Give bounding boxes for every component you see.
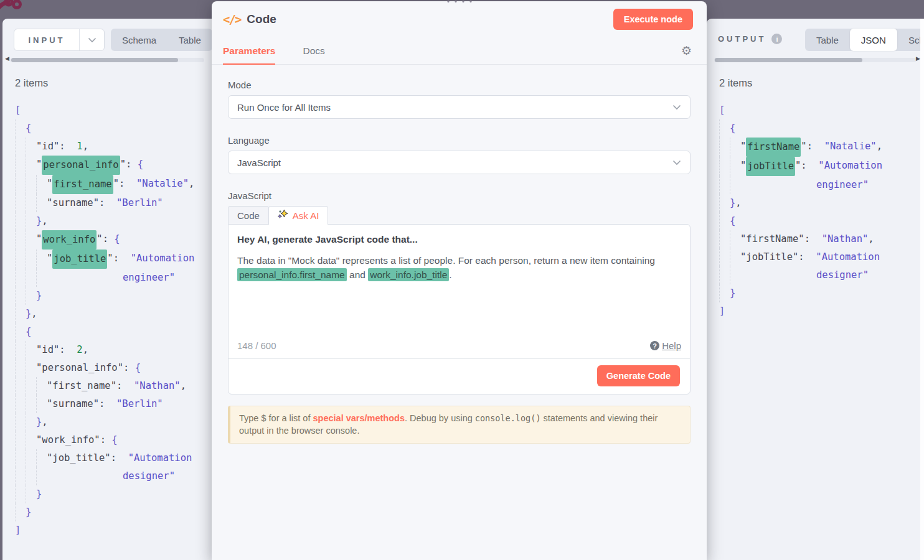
tab-json[interactable]: JSON (850, 29, 897, 51)
char-counter: 148 / 600 (237, 340, 276, 351)
json-line: "first_name": "Natalie", (15, 175, 212, 194)
gear-icon[interactable]: ⚙ (681, 44, 692, 58)
modal-drag-handle[interactable] (447, 1, 471, 2)
mode-select-value: Run Once for All Items (237, 102, 672, 113)
help-link[interactable]: ? Help (650, 340, 681, 351)
json-line: "jobTitle": "Automation (719, 157, 924, 176)
json-line: { (15, 323, 212, 341)
output-items-count: 2 items (719, 77, 924, 89)
highlighted-key: job_title (52, 250, 107, 269)
json-line: engineer" (15, 269, 212, 287)
highlighted-field-reference: personal_info.first_name (237, 268, 347, 281)
json-line: }, (15, 413, 212, 431)
json-line: } (719, 284, 924, 302)
chevron-down-icon[interactable] (79, 29, 104, 50)
language-select-value: JavaScript (237, 157, 672, 168)
json-line: } (15, 287, 212, 305)
prompt-heading: Hey AI, generate JavaScript code that... (237, 234, 681, 245)
json-line: "personal_info": { (15, 359, 212, 377)
json-line: }, (15, 305, 212, 323)
node-settings-tabs: ParametersDocs⚙ (212, 37, 707, 65)
scroll-left-arrow-icon[interactable]: ◀ (5, 55, 9, 62)
json-line: "surname": "Berlin" (15, 395, 212, 413)
json-line: "id": 1, (15, 138, 212, 156)
inline-code: console.log() (475, 413, 541, 423)
json-line: }, (719, 194, 924, 212)
json-line: "first_name": "Nathan", (15, 377, 212, 395)
json-line: designer" (15, 467, 212, 485)
output-vertical-scrollbar[interactable] (920, 19, 924, 560)
code-node-modal: </> Code Execute node ParametersDocs⚙ Mo… (212, 1, 707, 560)
language-select[interactable]: JavaScript (228, 151, 691, 174)
output-json-view: [{"firstName": "Natalie","jobTitle": "Au… (719, 101, 924, 320)
scrollbar-thumb[interactable] (715, 58, 862, 62)
json-line: "work_info": { (15, 431, 212, 449)
canvas-node-decoration (0, 0, 81, 19)
highlighted-key: work_info (42, 230, 97, 250)
input-source-select[interactable]: INPUT (14, 29, 105, 51)
generate-code-button[interactable]: Generate Code (597, 365, 680, 386)
mode-label: Mode (228, 80, 691, 90)
tab-docs[interactable]: Docs (303, 37, 324, 64)
tab-parameters[interactable]: Parameters (223, 37, 275, 64)
json-line: "work_info": { (15, 230, 212, 250)
execute-node-button[interactable]: Execute node (613, 9, 693, 30)
ask-ai-prompt-textarea[interactable]: Hey AI, generate JavaScript code that...… (229, 225, 690, 335)
json-line: { (15, 119, 212, 138)
input-panel-title: INPUT (14, 35, 79, 45)
info-icon[interactable]: i (771, 34, 782, 44)
input-display-tabs: SchemaTable (111, 29, 212, 51)
special-vars-notice: Type $ for a list of special vars/method… (228, 406, 691, 444)
json-line: ] (719, 302, 924, 320)
chevron-down-icon (672, 101, 681, 113)
sparkles-icon (278, 209, 288, 222)
input-panel: INPUT SchemaTable ◀ 2 items [{"id": 1,"p… (2, 19, 212, 560)
scroll-right-arrow-icon[interactable]: ▶ (916, 55, 920, 62)
tab-table[interactable]: Table (805, 29, 850, 51)
json-line: "personal_info": { (15, 156, 212, 175)
output-panel-title: OUTPUT (718, 34, 766, 44)
code-node-icon: </> (223, 12, 240, 26)
highlighted-field-reference: work_info.job_title (368, 268, 449, 281)
output-panel: OUTPUT i TableJSONSchema ▶ 2 items [{"fi… (707, 19, 924, 560)
json-line: engineer" (719, 176, 924, 194)
input-items-count: 2 items (15, 77, 212, 89)
code-editor-tabs: CodeAsk AI (228, 206, 691, 224)
language-label: Language (228, 135, 691, 146)
json-line: { (719, 212, 924, 230)
tab-schema[interactable]: Schema (111, 29, 167, 51)
highlighted-key: firstName (746, 138, 801, 157)
json-line: "firstName": "Natalie", (719, 138, 924, 157)
input-horizontal-scrollbar[interactable]: ◀ (2, 57, 212, 62)
json-line: "job_title": "Automation (15, 449, 212, 467)
output-horizontal-scrollbar[interactable]: ▶ (707, 57, 924, 62)
mode-select[interactable]: Run Once for All Items (228, 95, 691, 119)
node-title: Code (247, 12, 276, 26)
json-line: } (15, 485, 212, 503)
json-line: "surname": "Berlin" (15, 194, 212, 212)
question-circle-icon: ? (650, 341, 659, 350)
json-line: [ (15, 101, 212, 119)
json-line: { (719, 119, 924, 138)
tab-table[interactable]: Table (167, 29, 212, 51)
json-line: ] (15, 521, 212, 539)
prompt-text: The data in "Mock data" represents a lis… (237, 253, 681, 282)
json-line: "firstName": "Nathan", (719, 230, 924, 248)
highlighted-key: personal_info (42, 156, 120, 175)
javascript-section-label: JavaScript (228, 190, 691, 201)
ask-ai-prompt-box: Hey AI, generate JavaScript code that...… (228, 224, 691, 394)
highlighted-key: jobTitle (746, 157, 795, 176)
json-line: "jobTitle": "Automation (719, 248, 924, 266)
json-line: [ (719, 101, 924, 119)
scrollbar-thumb[interactable] (11, 58, 178, 62)
chevron-down-icon (672, 157, 681, 168)
json-line: "id": 2, (15, 341, 212, 359)
special-vars-link[interactable]: special vars/methods (313, 413, 405, 423)
tab-code[interactable]: Code (228, 206, 269, 224)
json-line: "job_title": "Automation (15, 250, 212, 269)
highlighted-key: first_name (52, 175, 113, 194)
json-line: designer" (719, 266, 924, 284)
tab-ask-ai[interactable]: Ask AI (268, 206, 329, 224)
json-line: }, (15, 212, 212, 230)
output-display-tabs: TableJSONSchema (805, 29, 924, 51)
